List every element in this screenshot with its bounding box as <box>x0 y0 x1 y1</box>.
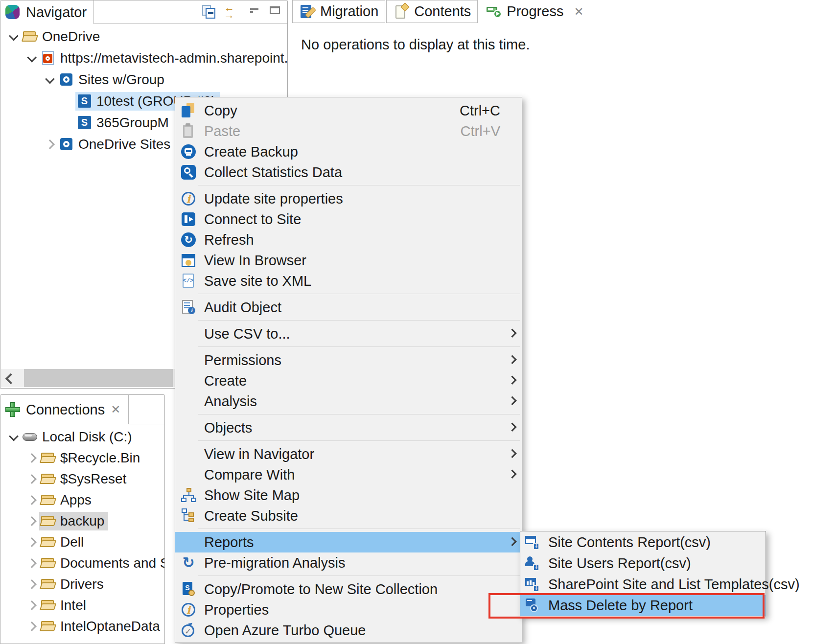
menu-item-connect-to-site[interactable]: Connect to Site <box>175 209 522 230</box>
tree-item-drivers[interactable]: Drivers <box>0 574 164 595</box>
menu-separator <box>198 185 520 185</box>
chevron-right-icon[interactable] <box>27 621 37 631</box>
chevron-right-icon[interactable] <box>27 516 37 526</box>
navigator-tab-label: Navigator <box>26 4 87 21</box>
refresh-icon: ↻ <box>180 231 197 248</box>
chevron-right-icon[interactable] <box>27 453 37 463</box>
chevron-right-icon[interactable] <box>27 600 37 610</box>
menu-item-label: Permissions <box>204 352 281 368</box>
copy-icon <box>180 102 197 119</box>
tree-item-label: IntelOptaneData <box>60 619 160 634</box>
menu-item-save-site-to-xml[interactable]: </>Save site to XML <box>175 271 522 291</box>
menu-item-view-in-navigator[interactable]: View in Navigator <box>175 444 522 464</box>
menu-item-properties[interactable]: iProperties <box>175 599 522 620</box>
chevron-down-icon[interactable] <box>9 31 19 41</box>
connections-header-rest <box>129 395 164 424</box>
info-icon: i <box>180 190 197 207</box>
menu-item-show-site-map[interactable]: Show Site Map <box>175 485 522 506</box>
tree-item-label: 365GroupM <box>96 115 169 131</box>
tree-item-apps[interactable]: Apps <box>0 489 164 510</box>
menu-item-site-contents-report-csv[interactable]: ↓Site Contents Report(csv) <box>520 532 766 553</box>
tree-item-sites-w-group[interactable]: Sites w/Group <box>0 69 287 91</box>
chevron-right-icon[interactable] <box>45 139 55 149</box>
tree-item-sysreset[interactable]: $SysReset <box>0 468 164 489</box>
menu-item-audit-object[interactable]: iAudit Object <box>175 297 522 318</box>
menu-item-create-subsite[interactable]: Create Subsite <box>175 506 522 526</box>
menu-item-site-users-report-csv[interactable]: ↓Site Users Report(csv) <box>520 553 766 574</box>
submenu-arrow-icon <box>508 376 516 385</box>
submenu-arrow-icon <box>508 470 516 479</box>
tab-connections[interactable]: Connections ✕ <box>0 395 129 424</box>
menu-item-create[interactable]: Create <box>175 370 522 391</box>
menu-separator <box>198 575 520 576</box>
chevron-right-icon[interactable] <box>27 579 37 589</box>
tree-item-label: $SysReset <box>60 471 126 487</box>
chevron-right-icon[interactable] <box>27 537 37 547</box>
menu-item-view-in-browser[interactable]: View In Browser <box>175 250 522 271</box>
menu-item-copy[interactable]: CopyCtrl+C <box>175 100 522 121</box>
menu-item-label: Copy <box>204 103 237 119</box>
menu-item-sharepoint-site-and-list-templates-csv[interactable]: ↓SharePoint Site and List Templates(csv) <box>520 574 766 595</box>
add-connection-icon <box>4 401 21 418</box>
tab-progress[interactable]: Progress✕ <box>479 0 591 23</box>
tab-contents[interactable]: Contents <box>386 0 478 23</box>
scrollbar-thumb[interactable] <box>24 369 173 387</box>
menu-item-analysis[interactable]: Analysis <box>175 391 522 412</box>
tab-migration[interactable]: Migration <box>292 0 385 23</box>
tree-item-backup[interactable]: backup <box>0 510 164 531</box>
menu-item-update-site-properties[interactable]: iUpdate site properties <box>175 188 522 209</box>
tree-item-intel[interactable]: Intel <box>0 595 164 616</box>
tree-item-onedrive[interactable]: OneDrive <box>0 26 287 47</box>
info-icon: i <box>180 601 197 618</box>
menu-item-copy-promote-to-new-site-collection[interactable]: SCopy/Promote to New Site Collection <box>175 579 522 599</box>
chevron-right-icon[interactable] <box>27 495 37 505</box>
menu-item-create-backup[interactable]: Create Backup <box>175 141 522 162</box>
menu-item-collect-statistics-data[interactable]: Collect Statistics Data <box>175 162 522 183</box>
tree-item-inteloptanedata[interactable]: IntelOptaneData <box>0 616 164 637</box>
menu-item-open-azure-turbo-queue[interactable]: ✓Open Azure Turbo Queue <box>175 620 522 641</box>
tree-item-dell[interactable]: Dell <box>0 531 164 552</box>
row-core: Documents and S <box>39 554 165 573</box>
scroll-left-arrow-icon[interactable] <box>5 373 17 385</box>
row-core: Drivers <box>39 575 108 594</box>
chevron-right-icon[interactable] <box>27 474 37 484</box>
office-blue-icon <box>58 71 75 88</box>
menu-item-paste[interactable]: PasteCtrl+V <box>175 121 522 141</box>
minimize-icon[interactable] <box>248 4 265 21</box>
menu-item-label: SharePoint Site and List Templates(csv) <box>548 576 800 593</box>
menu-item-refresh[interactable]: ↻Refresh <box>175 230 522 250</box>
collapse-all-icon[interactable] <box>201 4 218 21</box>
tree-item-https-metavistech-admin-sharepoint[interactable]: https://metavistech-admin.sharepoint. <box>0 47 287 69</box>
menu-item-label: Site Contents Report(csv) <box>548 534 711 551</box>
menu-item-compare-with[interactable]: Compare With <box>175 464 522 485</box>
chevron-right-icon[interactable] <box>27 558 37 568</box>
menu-item-permissions[interactable]: Permissions <box>175 350 522 370</box>
link-with-editor-icon[interactable]: →→ <box>221 4 237 21</box>
chevron-down-icon[interactable] <box>27 53 37 63</box>
row-core: $SysReset <box>39 470 130 488</box>
chevron-down-icon[interactable] <box>45 74 55 84</box>
tab-navigator[interactable]: Navigator <box>0 0 94 24</box>
office-blue-icon <box>58 136 75 153</box>
tree-item-label: Dell <box>60 534 84 550</box>
close-icon[interactable]: ✕ <box>110 404 121 415</box>
menu-item-use-csv-to[interactable]: Use CSV to... <box>175 323 522 344</box>
menu-item-label: Show Site Map <box>204 487 300 504</box>
menu-separator <box>198 414 520 414</box>
tree-item-label: Intel <box>60 598 86 613</box>
tree-item-local-disk-c[interactable]: Local Disk (C:) <box>0 426 164 447</box>
tree-item-recycle-bin[interactable]: $Recycle.Bin <box>0 447 164 468</box>
menu-item-label: Create Backup <box>204 144 298 160</box>
close-icon[interactable]: ✕ <box>573 6 584 18</box>
menu-separator <box>198 294 520 294</box>
audit-object-icon: i <box>180 299 197 316</box>
site-users-report-icon: ↓ <box>524 555 541 572</box>
tree-item-documents-and-s[interactable]: Documents and S <box>0 552 164 574</box>
menu-item-pre-migration-analysis[interactable]: ↻Pre-migration Analysis <box>175 552 522 573</box>
maximize-icon[interactable] <box>268 4 284 21</box>
menu-separator <box>198 320 520 321</box>
create-backup-icon <box>180 143 197 160</box>
chevron-down-icon[interactable] <box>9 431 19 441</box>
menu-item-objects[interactable]: Objects <box>175 417 522 438</box>
menu-item-reports[interactable]: Reports <box>175 532 522 552</box>
